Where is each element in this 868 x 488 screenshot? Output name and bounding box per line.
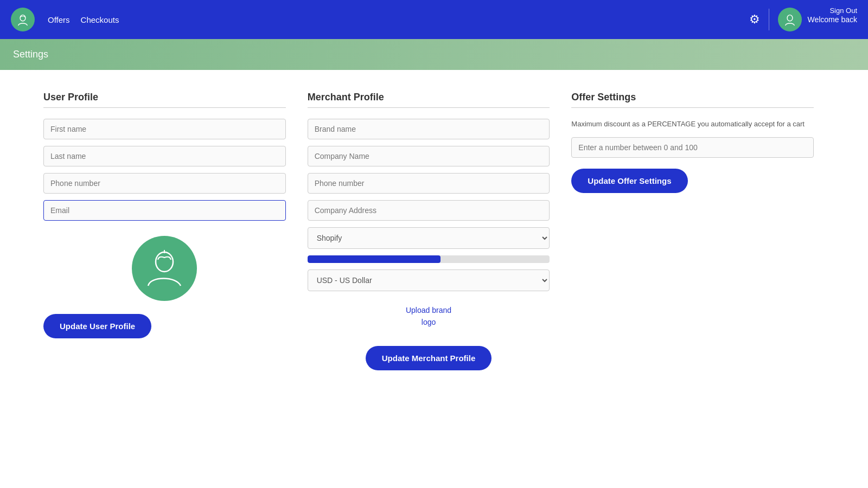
nav-checkouts[interactable]: Checkouts bbox=[81, 15, 119, 24]
logo bbox=[11, 8, 35, 31]
settings-banner: Settings bbox=[0, 39, 868, 70]
merchant-btn-wrap: Update Merchant Profile bbox=[308, 346, 550, 370]
offer-settings-title: Offer Settings bbox=[571, 92, 814, 103]
user-avatar-section bbox=[43, 236, 286, 301]
user-avatar bbox=[132, 236, 197, 301]
company-name-input[interactable] bbox=[308, 146, 550, 166]
merchant-profile-title: Merchant Profile bbox=[308, 92, 550, 103]
progress-bar-fill bbox=[308, 255, 441, 263]
user-profile-divider bbox=[43, 107, 286, 108]
nav-offers[interactable]: Offers bbox=[48, 15, 70, 24]
svg-point-0 bbox=[15, 12, 30, 27]
upload-brand-logo-link[interactable]: Upload brandlogo bbox=[308, 304, 550, 329]
platform-select[interactable]: Shopify WooCommerce Magento bbox=[308, 227, 550, 249]
merchant-profile-divider bbox=[308, 107, 550, 108]
merchant-phone-input[interactable] bbox=[308, 173, 550, 194]
header: Offers Checkouts ⚙ Welcome back bbox=[0, 0, 868, 39]
user-profile-section: User Profile Update User Profile bbox=[43, 92, 297, 370]
svg-point-4 bbox=[156, 252, 173, 272]
currency-select[interactable]: USD - US Dollar EUR - Euro GBP - British… bbox=[308, 269, 550, 291]
first-name-input[interactable] bbox=[43, 119, 286, 139]
settings-title: Settings bbox=[13, 49, 48, 60]
welcome-text: Welcome back bbox=[807, 15, 857, 24]
merchant-profile-section: Merchant Profile Shopify WooCommerce Mag… bbox=[297, 92, 561, 370]
discount-percentage-input[interactable] bbox=[571, 137, 814, 158]
progress-bar-container bbox=[308, 255, 550, 263]
update-user-profile-button[interactable]: Update User Profile bbox=[43, 314, 151, 338]
offer-settings-description: Maximum discount as a PERCENTAGE you aut… bbox=[571, 119, 814, 130]
update-offer-settings-button[interactable]: Update Offer Settings bbox=[571, 169, 687, 193]
gear-icon[interactable]: ⚙ bbox=[749, 12, 760, 27]
offer-settings-section: Offer Settings Maximum discount as a PER… bbox=[560, 92, 825, 370]
avatar bbox=[778, 8, 802, 31]
company-address-input[interactable] bbox=[308, 200, 550, 221]
svg-point-2 bbox=[782, 12, 797, 27]
user-profile-title: User Profile bbox=[43, 92, 286, 103]
email-input[interactable] bbox=[43, 200, 286, 221]
brand-name-input[interactable] bbox=[308, 119, 550, 139]
user-phone-input[interactable] bbox=[43, 173, 286, 194]
sign-out-button[interactable]: Sign Out bbox=[829, 7, 857, 15]
header-divider bbox=[769, 9, 769, 30]
main-nav: Offers Checkouts bbox=[48, 15, 119, 24]
update-merchant-profile-button[interactable]: Update Merchant Profile bbox=[366, 346, 492, 370]
offer-settings-divider bbox=[571, 107, 814, 108]
main-content: User Profile Update User Profile Merchan… bbox=[0, 70, 868, 392]
last-name-input[interactable] bbox=[43, 146, 286, 166]
